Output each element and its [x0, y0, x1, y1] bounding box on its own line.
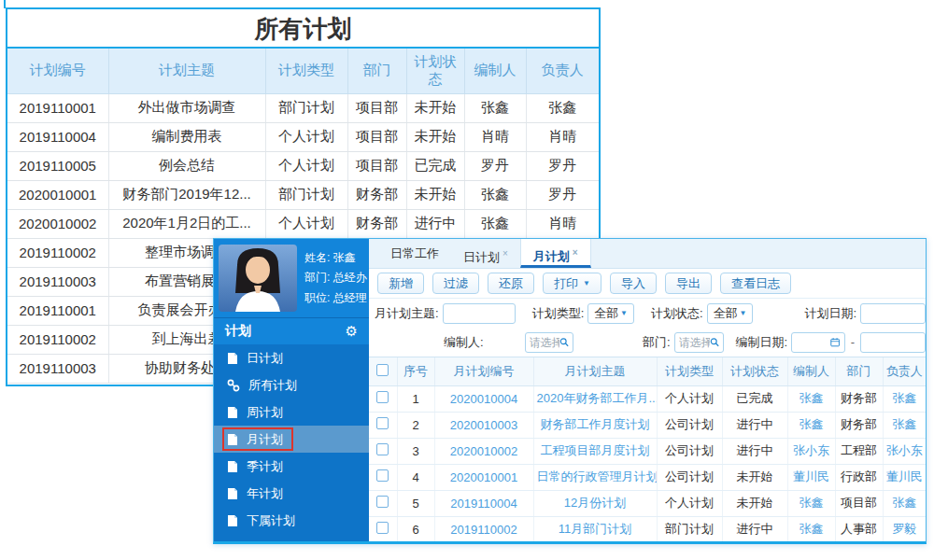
cell: 2019110004: [434, 490, 533, 516]
row-checkbox[interactable]: [376, 522, 389, 534]
cell: 2019110005: [7, 151, 108, 180]
cell: 个人计划: [657, 490, 722, 516]
filter-status-select[interactable]: 全部 ▼: [707, 303, 754, 324]
cell-link[interactable]: 张鑫: [800, 496, 824, 510]
sidebar-item-季计划[interactable]: 季计划: [214, 453, 369, 480]
search-icon[interactable]: [559, 336, 569, 348]
tab-日常工作[interactable]: 日常工作: [378, 239, 451, 268]
tab-日计划[interactable]: 日计划×: [451, 239, 520, 268]
cell-link[interactable]: 12月份计划: [564, 496, 626, 510]
filter-creator-label: 编制人:: [444, 334, 484, 351]
filter-type-value: 全部: [594, 305, 620, 322]
cell-link[interactable]: 张鑫: [892, 391, 916, 405]
还原-button[interactable]: 还原: [488, 273, 534, 294]
column-header: 月计划编号: [434, 357, 533, 385]
cell-link[interactable]: 张鑫: [892, 417, 916, 431]
sidebar-item-所有计划[interactable]: 所有计划: [214, 371, 369, 399]
tab-月计划[interactable]: 月计划×: [520, 239, 591, 268]
checkbox-cell: [369, 516, 397, 541]
cell: 项目部: [347, 151, 406, 180]
cell-link[interactable]: 张小东: [793, 443, 829, 457]
查看日志-button[interactable]: 查看日志: [720, 273, 791, 294]
button-label: 还原: [499, 275, 523, 292]
cell-link[interactable]: 2020年财务部工作月...: [537, 391, 658, 405]
cell-link[interactable]: 董川民: [793, 469, 829, 483]
打印-button[interactable]: 打印▼: [543, 273, 601, 294]
cell: 公司计划: [657, 464, 722, 490]
filter-plan-date-label: 计划日期:: [804, 305, 856, 322]
filter-subject-input[interactable]: [443, 303, 516, 324]
filter-create-date-end-input[interactable]: [860, 332, 926, 353]
sidebar-item-下属计划[interactable]: 下属计划: [214, 507, 369, 534]
filter-plan-date-input[interactable]: [860, 303, 926, 324]
row-checkbox[interactable]: [376, 469, 389, 482]
column-header: 编制人: [787, 357, 835, 385]
filter-type-select[interactable]: 全部 ▼: [587, 303, 634, 324]
导出-button[interactable]: 导出: [665, 273, 712, 294]
search-icon[interactable]: [710, 336, 719, 348]
cell: 张鑫: [883, 385, 926, 412]
close-icon[interactable]: ×: [502, 248, 508, 259]
avatar: [219, 245, 297, 312]
cell-link[interactable]: 张鑫: [800, 522, 824, 536]
close-icon[interactable]: ×: [573, 247, 578, 258]
cell-link[interactable]: 张鑫: [800, 417, 824, 431]
cell: 2019110002: [7, 238, 108, 267]
cell: 董川民: [787, 464, 835, 490]
column-header: 序号: [397, 357, 434, 385]
cell: 项目部: [347, 122, 406, 151]
过滤-button[interactable]: 过滤: [432, 273, 479, 294]
row-checkbox[interactable]: [376, 391, 389, 403]
filter-creator-field[interactable]: [530, 336, 560, 349]
cell-link[interactable]: 张小东: [886, 443, 923, 457]
cell-link[interactable]: 罗毅: [892, 522, 916, 536]
row-checkbox[interactable]: [376, 443, 389, 455]
calendar-icon[interactable]: [830, 336, 840, 348]
button-label: 过滤: [444, 275, 468, 292]
sidebar-item-日计划[interactable]: 日计划: [214, 344, 369, 371]
cell: 张鑫: [787, 412, 835, 438]
checkbox-cell: [369, 385, 397, 412]
checkbox-cell: [369, 490, 397, 516]
cell-link[interactable]: 张鑫: [800, 391, 824, 405]
sidebar-item-月计划[interactable]: 月计划: [214, 426, 369, 453]
filter-dept-label: 部门:: [643, 334, 671, 351]
profile-department: 部门: 总经办: [304, 270, 367, 286]
cell-link[interactable]: 财务部工作月度计划: [541, 417, 650, 431]
导入-button[interactable]: 导入: [610, 273, 657, 294]
cell: 财务部: [347, 180, 406, 209]
sidebar-item-年计划[interactable]: 年计划: [214, 480, 369, 507]
cell: 部门计划: [265, 93, 347, 122]
cell: 项目部: [835, 490, 883, 516]
plans-table-container: 序号月计划编号月计划主题计划类型计划状态编制人部门负责人 12020010004…: [369, 357, 926, 541]
row-checkbox[interactable]: [376, 417, 389, 429]
sidebar-item-label: 月计划: [247, 431, 283, 448]
filter-dept-input[interactable]: [674, 332, 725, 353]
cell-link[interactable]: 2020010004: [450, 392, 517, 406]
cell-link[interactable]: 工程项目部月度计划: [541, 443, 650, 457]
新增-button[interactable]: 新增: [377, 273, 424, 294]
table-row: 2020010001财务部门2019年12...部门计划财务部未开始张鑫罗丹: [7, 180, 599, 209]
cell-link[interactable]: 2019110004: [450, 497, 517, 511]
gear-icon[interactable]: ⚙: [346, 323, 358, 340]
column-header: 计划类型: [657, 357, 722, 385]
cell-link[interactable]: 2020010002: [450, 444, 517, 458]
cell-link[interactable]: 2020010003: [450, 418, 517, 432]
cell-link[interactable]: 董川民: [886, 469, 923, 483]
cell-link[interactable]: 11月部门计划: [559, 522, 632, 536]
sidebar-item-周计划[interactable]: 周计划: [214, 399, 369, 426]
filter-create-date-field[interactable]: [796, 336, 830, 349]
row-checkbox[interactable]: [376, 496, 389, 508]
filter-dept-field[interactable]: [679, 336, 711, 349]
filter-creator-input[interactable]: [525, 332, 573, 353]
cell-link[interactable]: 2019110002: [450, 523, 517, 537]
column-header: 计划主题: [108, 49, 265, 93]
cell: 董川民: [883, 464, 926, 490]
cell: 张鑫: [787, 385, 835, 412]
select-all-checkbox[interactable]: [376, 364, 389, 376]
filter-create-date-input[interactable]: [791, 332, 845, 353]
cell: 外出做市场调查: [108, 93, 265, 122]
cell-link[interactable]: 日常的行政管理月计划: [537, 469, 658, 483]
cell-link[interactable]: 2020010001: [450, 470, 517, 484]
cell-link[interactable]: 张鑫: [892, 496, 916, 510]
